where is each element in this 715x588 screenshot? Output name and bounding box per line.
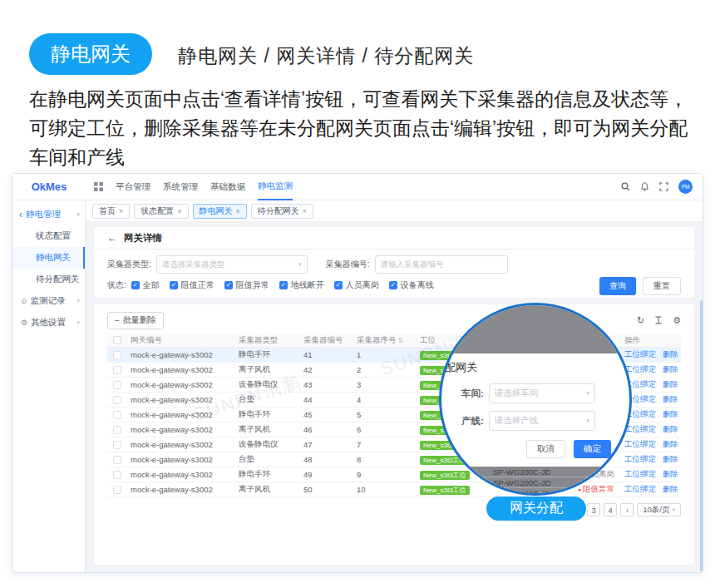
sidebar-item[interactable]: 状态配置 xyxy=(12,225,85,247)
filter-row-2: 状态: ✓ 全部 ✓ 阻值正 xyxy=(94,274,694,298)
search-button[interactable]: 查询 xyxy=(599,277,636,295)
page-tab[interactable]: 状态配置 × xyxy=(134,204,188,219)
bind-station-link[interactable]: 工位绑定 xyxy=(624,349,656,360)
row-checkbox[interactable] xyxy=(113,486,121,494)
input-placeholder: 请输入采集器编号 xyxy=(381,259,444,270)
close-icon[interactable]: × xyxy=(119,207,123,215)
bell-icon[interactable] xyxy=(640,182,649,191)
sidebar-item[interactable]: ⚙ 其他设置 ▾ xyxy=(12,312,85,334)
fullscreen-icon[interactable] xyxy=(659,182,668,191)
collector-code-input[interactable]: 请输入采集器编号 xyxy=(375,255,508,274)
row-checkbox[interactable] xyxy=(113,351,121,359)
sidebar-app-title[interactable]: ‹ 静电管理 ▾ xyxy=(12,204,85,225)
close-icon[interactable]: × xyxy=(303,207,307,215)
page-tab[interactable]: 静电网关 × xyxy=(193,204,247,219)
navbar-item[interactable]: 静电监测 xyxy=(258,174,293,200)
delete-link[interactable]: 删除 xyxy=(663,424,678,435)
sidebar-item[interactable]: 静电网关 xyxy=(12,247,85,269)
delete-link[interactable]: 删除 xyxy=(663,469,678,480)
collector-type-select[interactable]: 请选择采集器类型 ▾ xyxy=(156,255,308,274)
select-all-checkbox[interactable] xyxy=(113,336,121,344)
status-text: 阻值异常 xyxy=(578,484,614,493)
bind-station-link[interactable]: 工位绑定 xyxy=(624,364,656,375)
page-tab[interactable]: 待分配网关 × xyxy=(251,204,313,219)
page-tab[interactable]: 首页 × xyxy=(92,204,130,219)
column-density-icon[interactable] xyxy=(654,316,663,324)
cell-code: 44 xyxy=(300,395,353,404)
row-checkbox[interactable] xyxy=(113,426,121,434)
navbar-item[interactable]: 系统管理 xyxy=(163,174,198,200)
workshop-field-row: 车间: 请选择车间 ▾ xyxy=(461,383,595,403)
station-badge: New_s3t3工位 xyxy=(420,471,470,480)
scrollbar-strip[interactable] xyxy=(700,300,703,571)
row-checkbox[interactable] xyxy=(113,411,121,419)
workshop-select[interactable]: 请选择车间 ▾ xyxy=(489,383,595,403)
sidebar-app-label: 静电管理 xyxy=(26,209,61,220)
status-checkbox-group: ✓ 全部 ✓ 阻值正常 xyxy=(131,279,434,291)
cell-type: 台垫 xyxy=(235,394,300,405)
minus-icon: − xyxy=(115,316,120,325)
line-select[interactable]: 请选择产线 ▾ xyxy=(489,411,595,431)
bind-station-link[interactable]: 工位绑定 xyxy=(624,484,656,495)
status-checkbox[interactable]: ✓ 阻值异常 xyxy=(224,279,269,291)
row-checkbox[interactable] xyxy=(113,366,121,374)
bind-station-link[interactable]: 工位绑定 xyxy=(624,454,656,465)
delete-link[interactable]: 删除 xyxy=(663,454,678,465)
page-size-select[interactable]: 10条/页 ▾ xyxy=(637,503,681,516)
cancel-button[interactable]: 取消 xyxy=(526,440,565,458)
app-logo[interactable]: OkMes xyxy=(12,174,86,200)
close-icon[interactable]: × xyxy=(177,207,181,215)
cell-gateway: mock-e-gateway-s3002 xyxy=(127,380,235,389)
next-page-button[interactable]: › xyxy=(620,503,634,516)
status-checkbox[interactable]: ✓ 阻值正常 xyxy=(170,279,214,291)
row-checkbox[interactable] xyxy=(113,441,121,449)
sidebar-item-icon: ⊙ xyxy=(21,297,27,305)
status-checkbox[interactable]: ✓ 设备离线 xyxy=(389,279,434,291)
status-checkbox[interactable]: ✓ 地线断开 xyxy=(279,279,324,291)
delete-link[interactable]: 删除 xyxy=(663,409,678,420)
reset-button[interactable]: 重置 xyxy=(643,277,681,295)
back-arrow-icon[interactable]: ← xyxy=(107,232,117,244)
sidebar-item[interactable]: ⊙ 监测记录 ▾ xyxy=(12,290,85,312)
row-checkbox[interactable] xyxy=(113,471,121,479)
cell-gateway: mock-e-gateway-s3002 xyxy=(127,410,235,419)
status-checkbox[interactable]: ✓ 人员离岗 xyxy=(334,279,379,291)
cell-code: 50 xyxy=(300,485,353,494)
cell-type: 静电手环 xyxy=(235,469,300,480)
sort-icon[interactable]: ⇅ xyxy=(398,337,404,344)
cell-code: 47 xyxy=(300,440,353,449)
cell-type: 静电手环 xyxy=(235,349,300,360)
bind-station-link[interactable]: 工位绑定 xyxy=(624,469,656,480)
delete-link[interactable]: 删除 xyxy=(663,379,678,390)
row-checkbox[interactable] xyxy=(113,396,121,404)
row-checkbox[interactable] xyxy=(113,381,121,389)
table-settings-gear-icon[interactable]: ⚙ xyxy=(673,315,681,326)
delete-link[interactable]: 删除 xyxy=(663,394,678,405)
close-icon[interactable]: × xyxy=(236,207,240,215)
bind-station-link[interactable]: 工位绑定 xyxy=(624,439,656,450)
cell-type: 台垫 xyxy=(235,454,300,465)
bind-station-link[interactable]: 工位绑定 xyxy=(624,424,656,435)
user-avatar[interactable]: PM xyxy=(678,180,693,194)
breadcrumb: 静电网关 / 网关详情 / 待分配网关 xyxy=(178,43,474,69)
sidebar-item[interactable]: 待分配网关 xyxy=(12,269,85,290)
cell-gateway: mock-e-gateway-s3002 xyxy=(127,395,235,404)
delete-link[interactable]: 删除 xyxy=(663,439,678,450)
cell-gateway: mock-e-gateway-s3002 xyxy=(127,440,235,449)
page-number-button[interactable]: 4 xyxy=(604,503,617,516)
delete-link[interactable]: 删除 xyxy=(663,364,678,375)
checkbox-checked-icon: ✓ xyxy=(131,281,140,289)
confirm-button[interactable]: 确定 xyxy=(574,440,611,458)
refresh-icon[interactable]: ↻ xyxy=(637,315,644,326)
delete-link[interactable]: 删除 xyxy=(663,484,678,495)
row-checkbox[interactable] xyxy=(113,456,121,464)
table-row[interactable]: mock-e-gateway-s3002 离子风机 50 10 New_s3t3… xyxy=(107,482,681,497)
page-number-button[interactable]: 3 xyxy=(587,503,600,516)
search-icon[interactable] xyxy=(621,182,630,191)
bulk-delete-button[interactable]: − 批量删除 xyxy=(107,312,164,329)
navbar-item[interactable]: 基础数据 xyxy=(210,174,245,200)
apps-grid-icon[interactable] xyxy=(94,182,103,191)
navbar-item[interactable]: 平台管理 xyxy=(116,174,150,200)
status-checkbox[interactable]: ✓ 全部 xyxy=(131,279,160,291)
delete-link[interactable]: 删除 xyxy=(663,349,678,360)
